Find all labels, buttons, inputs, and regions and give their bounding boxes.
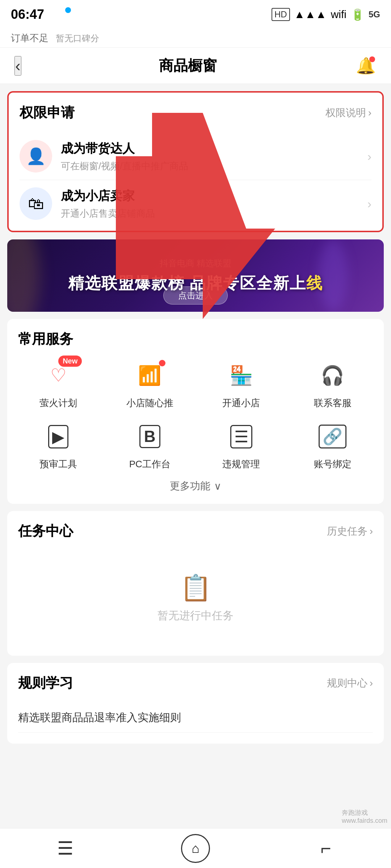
page-title: 商品橱窗 [159,56,217,76]
service-account-bind[interactable]: 🔗 账号绑定 [293,420,373,471]
banner-logo: 抖音电商 精选联盟 [160,258,232,269]
5g-badge: 5G [369,9,380,20]
more-services-label: 更多功能 [170,479,210,493]
promo-banner[interactable]: 抖音电商 精选联盟 精选联盟爆款榜 品牌专区全新上线 点击进入 [7,239,384,312]
review-tool-label: 预审工具 [39,458,77,471]
account-bind-icon-wrap: 🔗 [316,420,349,453]
rules-center-link[interactable]: 规则中心 › [327,676,373,690]
services-card: 常用服务 ♡ New 萤火计划 📶 小店随心推 [7,319,384,504]
history-chevron-icon: › [370,526,373,537]
service-customer[interactable]: 🎧 联系客服 [293,359,373,409]
account-bind-label: 账号绑定 [314,458,352,471]
shop-push-icon-wrap: 📶 [134,359,166,392]
services-header: 常用服务 [18,330,373,348]
review-tool-icon: ▶ [48,425,68,448]
banner-light-left [7,239,40,312]
service-open-shop[interactable]: 🏪 开通小店 [201,359,282,409]
violation-icon: ☰ [230,425,252,448]
customer-label: 联系客服 [314,397,352,409]
bell-notification-dot [369,56,375,62]
status-icons: HD ▲▲▲ wifi 🔋 5G [272,8,380,21]
permission-section-title: 权限申请 [20,103,75,122]
task-empty-icon: 📋 [180,573,211,603]
services-grid: ♡ New 萤火计划 📶 小店随心推 🏪 [18,359,373,471]
firefly-new-badge: New [58,356,82,367]
influencer-icon: 👤 [26,147,46,166]
banner-sub-text: 暂无口碑分 [56,33,99,44]
chevron-right-icon: › [368,107,371,119]
customer-icon: 🎧 [321,365,344,387]
influencer-arrow-icon: › [367,149,371,163]
page-header: ‹ 商品橱窗 🔔 [0,48,391,84]
banner-main-text: 订单不足 [11,32,49,44]
seller-subtitle: 开通小店售卖店铺商品 [61,207,367,220]
battery-icon: 🔋 [351,8,364,21]
hd-badge: HD [272,8,290,21]
history-tasks-link[interactable]: 历史任务 › [327,524,373,538]
pc-workbench-icon-wrap: B [134,420,166,453]
seller-title: 成为小店卖家 [61,188,367,204]
account-bind-icon: 🔗 [319,425,346,448]
influencer-text: 成为带货达人 可在橱窗/视频/直播中推广商品 [61,140,367,173]
watermark: 奔跑游戏www.fairds.com [342,808,387,825]
service-pc-workbench[interactable]: B PC工作台 [110,420,190,471]
rules-item[interactable]: 精选联盟商品品退率准入实施细则 [18,703,373,733]
influencer-icon-wrap: 👤 [20,140,52,173]
open-shop-icon: 🏪 [230,365,253,387]
permission-link[interactable]: 权限说明 › [325,106,371,120]
become-influencer-item[interactable]: 👤 成为带货达人 可在橱窗/视频/直播中推广商品 › [20,133,371,180]
task-empty-text: 暂无进行中任务 [157,608,234,623]
firefly-label: 萤火计划 [39,397,77,409]
seller-icon: 🛍 [28,195,44,213]
firefly-icon-wrap: ♡ New [42,359,75,392]
nav-back-button[interactable]: ⌐ [308,838,344,859]
shop-push-label: 小店随心推 [126,397,173,409]
permission-card: 权限申请 权限说明 › 👤 成为带货达人 可在橱窗/视频/直播中推广商品 › [7,91,384,232]
shop-push-icon: 📶 [138,365,161,387]
nav-menu-button[interactable]: ☰ [47,838,83,859]
open-shop-label: 开通小店 [222,397,260,409]
rules-chevron-icon: › [370,677,373,689]
status-bar: 06:47 HD ▲▲▲ wifi 🔋 5G [0,0,391,29]
back-nav-icon: ⌐ [320,838,331,859]
wifi-icon: wifi [331,8,346,21]
seller-arrow-icon: › [367,197,371,211]
violation-icon-wrap: ☰ [225,420,257,453]
more-services-button[interactable]: 更多功能 ∨ [18,479,373,493]
service-violation[interactable]: ☰ 违规管理 [201,420,282,471]
review-tool-icon-wrap: ▶ [42,420,75,453]
bell-button[interactable]: 🔔 [355,55,377,77]
banner-main-text: 精选联盟爆款榜 品牌专区全新上线 [68,273,323,294]
signal-icon: ▲▲▲ [294,8,327,21]
pc-workbench-label: PC工作台 [129,458,171,471]
nav-home-button[interactable]: ⌂ [177,838,214,859]
become-seller-item[interactable]: 🛍 成为小店卖家 开通小店售卖店铺商品 › [20,180,371,220]
task-empty-state: 📋 暂无进行中任务 [18,551,373,645]
top-notification-banner: 订单不足 暂无口碑分 [0,29,391,48]
home-icon: ⌂ [192,841,199,856]
rules-header: 规则学习 规则中心 › [18,674,373,692]
service-shop-push[interactable]: 📶 小店随心推 [110,359,190,409]
open-shop-icon-wrap: 🏪 [225,359,257,392]
seller-icon-wrap: 🛍 [20,187,52,220]
service-firefly[interactable]: ♡ New 萤火计划 [18,359,99,409]
service-review-tool[interactable]: ▶ 预审工具 [18,420,99,471]
status-time: 06:47 [11,7,44,22]
firefly-icon: ♡ [50,365,67,386]
pc-workbench-icon: B [139,425,160,448]
back-button[interactable]: ‹ [14,56,21,76]
task-center-header: 任务中心 历史任务 › [18,522,373,540]
services-title: 常用服务 [18,330,73,348]
chevron-down-icon: ∨ [214,480,222,492]
home-circle-icon: ⌂ [181,834,210,863]
bottom-navigation: ☰ ⌂ ⌐ [0,828,391,868]
influencer-title: 成为带货达人 [61,140,367,157]
rules-card: 规则学习 规则中心 › 精选联盟商品品退率准入实施细则 [7,663,384,744]
violation-label: 违规管理 [222,458,260,471]
influencer-subtitle: 可在橱窗/视频/直播中推广商品 [61,160,367,173]
customer-icon-wrap: 🎧 [316,359,349,392]
permission-card-header: 权限申请 权限说明 › [20,103,371,122]
shop-push-red-dot [159,360,165,366]
rules-title: 规则学习 [18,674,73,692]
menu-icon: ☰ [57,838,73,859]
